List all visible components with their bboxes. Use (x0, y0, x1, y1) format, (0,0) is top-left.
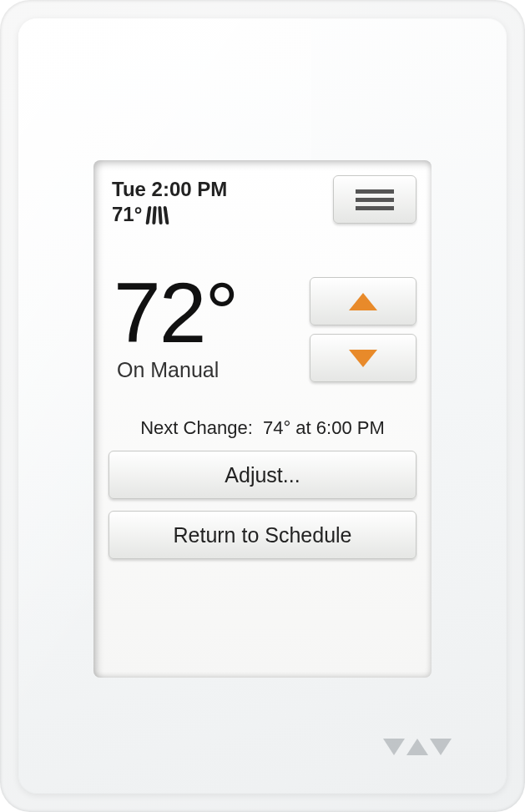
next-change-value: 74° at 6:00 PM (263, 417, 385, 438)
return-to-schedule-button[interactable]: Return to Schedule (109, 511, 416, 559)
arrow-up-icon (349, 293, 377, 310)
hamburger-icon (356, 189, 394, 194)
temp-up-button[interactable] (310, 277, 416, 325)
setpoint-block: 72° On Manual (109, 277, 237, 382)
current-temp-text: 71° (112, 202, 142, 227)
setpoint-row: 72° On Manual (109, 277, 416, 382)
faceplate: Tue 2:00 PM 71° 72° O (18, 18, 507, 794)
adjust-button[interactable]: Adjust... (109, 451, 416, 499)
arrow-down-icon (349, 350, 377, 367)
temp-stepper (310, 277, 416, 382)
temp-down-button[interactable] (310, 334, 416, 382)
datetime-text: Tue 2:00 PM (112, 177, 227, 202)
next-change-row: Next Change: 74° at 6:00 PM (109, 417, 416, 439)
status-row: Tue 2:00 PM 71° (109, 175, 416, 227)
next-change-label: Next Change: (140, 417, 253, 438)
brand-logo (383, 739, 452, 755)
current-temp-row: 71° (112, 202, 227, 227)
heat-waves-icon (147, 204, 168, 224)
status-block: Tue 2:00 PM 71° (109, 175, 227, 227)
touchscreen: Tue 2:00 PM 71° 72° O (93, 160, 432, 678)
setpoint-temp: 72° (114, 277, 237, 350)
mode-text: On Manual (117, 358, 237, 382)
device-frame: Tue 2:00 PM 71° 72° O (0, 0, 525, 812)
menu-button[interactable] (333, 175, 416, 224)
